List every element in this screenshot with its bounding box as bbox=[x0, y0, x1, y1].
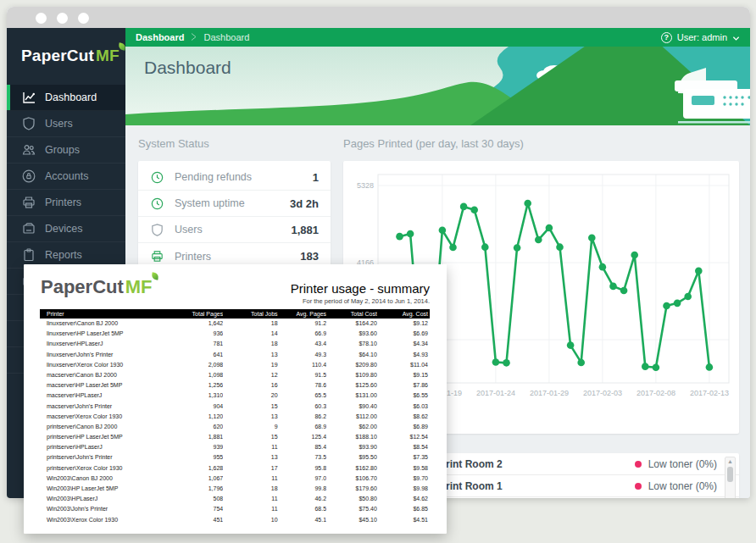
data-point bbox=[546, 224, 553, 232]
report-table-row: printserver\HPLaserJ9391185.4$93.90$8.54 bbox=[40, 442, 430, 452]
report-cell: 91.2 bbox=[278, 319, 327, 329]
x-axis-tick-label: 2017-02-13 bbox=[690, 389, 729, 397]
report-cell: 781 bbox=[172, 339, 223, 349]
window-dot-icon[interactable] bbox=[57, 13, 68, 24]
report-cell: Win2003\Canon BJ 2000 bbox=[40, 474, 172, 484]
report-cell: $8.62 bbox=[377, 412, 430, 422]
data-point bbox=[470, 207, 478, 214]
report-cell: macserver\HP LaserJet 5MP bbox=[40, 380, 172, 391]
report-cell: $9.15 bbox=[377, 370, 430, 380]
sidebar-item-devices[interactable]: Devices bbox=[7, 216, 125, 242]
x-axis-tick-label: 2017-01-29 bbox=[530, 389, 569, 397]
breadcrumb-bar: Dashboard Dashboard ? User: admin bbox=[125, 28, 750, 47]
sidebar-item-accounts[interactable]: Accounts bbox=[7, 163, 125, 190]
window-dot-icon[interactable] bbox=[36, 13, 47, 24]
status-row: System uptime3d 2h bbox=[138, 191, 331, 217]
sidebar-item-groups[interactable]: Groups bbox=[7, 137, 125, 163]
printer-status-text: Low toner (0%) bbox=[648, 458, 717, 470]
breadcrumb-dashboard[interactable]: Dashboard bbox=[136, 32, 184, 42]
report-cell: 904 bbox=[172, 402, 223, 412]
report-cell: 641 bbox=[172, 350, 223, 360]
scrollbar-thumb[interactable] bbox=[727, 467, 733, 482]
printer-status-row[interactable]: Print Room 1Low toner (0%) bbox=[424, 475, 739, 497]
report-cell: 45.1 bbox=[278, 515, 327, 525]
report-table-row: linuxserver\Xerox Color 19302,09819110.4… bbox=[40, 360, 430, 370]
report-cell: $78.10 bbox=[326, 339, 377, 349]
report-logo-suffix: MF bbox=[125, 276, 153, 297]
report-col-header: Avg. Cost bbox=[377, 309, 430, 319]
report-cell: 508 bbox=[172, 494, 223, 504]
help-circle-icon[interactable]: ? bbox=[661, 32, 672, 43]
chevron-right-icon bbox=[191, 32, 197, 42]
report-table-row: linuxserver\Canon BJ 20001,6421891.2$164… bbox=[40, 319, 430, 329]
report-cell: 97.0 bbox=[278, 474, 327, 484]
sidebar-item-printers[interactable]: Printers bbox=[7, 190, 125, 216]
sidebar-item-dashboard[interactable]: Dashboard bbox=[7, 85, 125, 111]
data-point bbox=[407, 230, 414, 238]
report-cell: 110.4 bbox=[278, 360, 327, 370]
report-cell: 1,067 bbox=[172, 474, 223, 484]
report-table-row: Win2003\Xerox Color 19304511045.1$45.10$… bbox=[40, 515, 430, 525]
report-cell: 620 bbox=[172, 422, 223, 432]
banner: Dashboard bbox=[125, 47, 750, 125]
sidebar-item-label: Dashboard bbox=[45, 91, 97, 103]
report-cell: 13 bbox=[223, 452, 277, 463]
printer-name: Print Room 1 bbox=[439, 480, 635, 492]
report-cell: printserver\John's Printer bbox=[40, 452, 172, 463]
scroll-up-icon[interactable]: ▲ bbox=[725, 457, 735, 465]
report-cell: 13 bbox=[223, 350, 277, 360]
report-cell: $164.20 bbox=[326, 319, 377, 329]
printer-name: Print Room 2 bbox=[439, 458, 635, 470]
data-point bbox=[503, 359, 510, 367]
report-table-row: printserver\Canon BJ 2000620968.9$62.00$… bbox=[40, 422, 430, 432]
report-cell: 11 bbox=[223, 504, 277, 514]
user-menu[interactable]: User: admin bbox=[677, 32, 740, 42]
report-cell: $62.00 bbox=[326, 422, 377, 432]
report-cell: 125.4 bbox=[278, 432, 327, 442]
status-label: Printers bbox=[175, 251, 300, 263]
pages-printed-heading: Pages Printed (per day, last 30 days) bbox=[343, 137, 524, 150]
report-cell: macserver\John's Printer bbox=[40, 402, 172, 412]
data-point bbox=[567, 341, 575, 349]
report-cell: 936 bbox=[172, 329, 223, 339]
report-cell: macserver\Xerox Color 1930 bbox=[40, 412, 172, 422]
report-cell: 2,098 bbox=[172, 360, 223, 370]
report-cell: $6.55 bbox=[377, 391, 430, 401]
printer-status-row[interactable]: Print Room 2Low toner (0%) bbox=[424, 453, 739, 475]
sidebar-item-label: Users bbox=[45, 118, 73, 130]
users-group-icon bbox=[21, 142, 36, 158]
report-cell: 73.5 bbox=[278, 452, 327, 463]
report-cell: 46.2 bbox=[278, 494, 327, 504]
data-point bbox=[684, 293, 692, 301]
report-cell: 68.5 bbox=[278, 504, 327, 514]
report-table-row: macserver\Xerox Color 19301,1201386.2$11… bbox=[40, 412, 430, 422]
report-cell: 451 bbox=[172, 515, 223, 525]
window-dot-icon[interactable] bbox=[78, 13, 89, 24]
scrollbar[interactable]: ▲ bbox=[725, 457, 736, 498]
report-cell: 939 bbox=[172, 442, 223, 452]
report-cell: 9 bbox=[223, 422, 277, 432]
report-col-header: Total Jobs bbox=[223, 309, 277, 319]
report-table: PrinterTotal PagesTotal JobsAvg. PagesTo… bbox=[40, 309, 430, 525]
x-axis-tick-label: 2017-01-24 bbox=[476, 389, 515, 397]
report-cell: $131.00 bbox=[326, 391, 377, 401]
breadcrumb-dashboard-2[interactable]: Dashboard bbox=[203, 32, 249, 42]
report-cell: $112.00 bbox=[326, 412, 377, 422]
report-cell: 86.2 bbox=[278, 412, 327, 422]
report-table-row: linuxserver\John's Printer6411349.3$64.1… bbox=[40, 350, 430, 360]
report-cell: linuxserver\HP LaserJet 5MP bbox=[40, 329, 172, 339]
data-point bbox=[642, 363, 649, 370]
report-cell: $45.10 bbox=[326, 515, 377, 525]
data-point bbox=[653, 364, 660, 372]
report-cell: printserver\HP LaserJet 5MP bbox=[40, 432, 172, 442]
report-cell: 1,098 bbox=[172, 370, 223, 380]
data-point bbox=[396, 233, 403, 241]
lock-circle-icon bbox=[21, 169, 36, 184]
report-title-block: Printer usage - summary For the period o… bbox=[291, 281, 430, 305]
report-table-header: PrinterTotal PagesTotal JobsAvg. PagesTo… bbox=[40, 309, 430, 319]
data-point bbox=[588, 234, 596, 241]
report-table-row: Win2003\HP LaserJet 5MP1,7961899.8$179.6… bbox=[40, 484, 430, 494]
report-cell: $9.58 bbox=[377, 463, 430, 474]
report-col-header: Avg. Pages bbox=[278, 309, 327, 319]
sidebar-item-users[interactable]: Users bbox=[7, 111, 125, 137]
